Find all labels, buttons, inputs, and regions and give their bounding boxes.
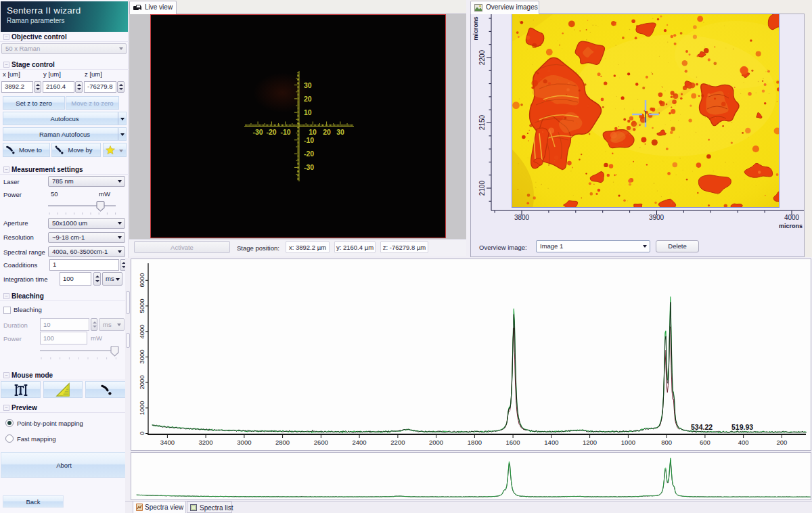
- svg-text:800: 800: [661, 439, 672, 446]
- svg-text:2100: 2100: [478, 180, 486, 196]
- svg-text:2150: 2150: [478, 114, 486, 130]
- svg-text:2600: 2600: [314, 439, 328, 446]
- svg-text:3000: 3000: [237, 439, 251, 446]
- svg-text:600: 600: [700, 439, 710, 446]
- svg-text:0: 0: [138, 431, 145, 434]
- svg-text:2000: 2000: [138, 375, 145, 389]
- svg-text:2200: 2200: [390, 439, 405, 446]
- svg-text:2200: 2200: [478, 49, 486, 65]
- svg-text:2400: 2400: [353, 439, 367, 446]
- svg-text:1400: 1400: [544, 439, 558, 446]
- svg-text:6000: 6000: [138, 273, 145, 287]
- svg-text:4000: 4000: [784, 214, 800, 221]
- svg-text:4000: 4000: [138, 324, 145, 338]
- svg-text:microns: microns: [472, 16, 479, 40]
- svg-text:2800: 2800: [275, 439, 290, 446]
- svg-text:2000: 2000: [429, 439, 443, 446]
- svg-text:1600: 1600: [506, 439, 520, 446]
- svg-text:3200: 3200: [199, 439, 213, 446]
- svg-text:1000: 1000: [138, 401, 145, 415]
- svg-text:1200: 1200: [583, 439, 597, 446]
- svg-text:200: 200: [776, 439, 787, 446]
- svg-text:3800: 3800: [514, 214, 530, 221]
- svg-text:3400: 3400: [160, 439, 175, 446]
- svg-text:3900: 3900: [649, 214, 664, 221]
- svg-text:1000: 1000: [621, 439, 635, 446]
- svg-text:400: 400: [738, 439, 749, 446]
- svg-text:3000: 3000: [138, 349, 145, 363]
- svg-text:5000: 5000: [138, 298, 145, 313]
- svg-text:1800: 1800: [468, 439, 482, 446]
- svg-text:microns: microns: [779, 223, 803, 229]
